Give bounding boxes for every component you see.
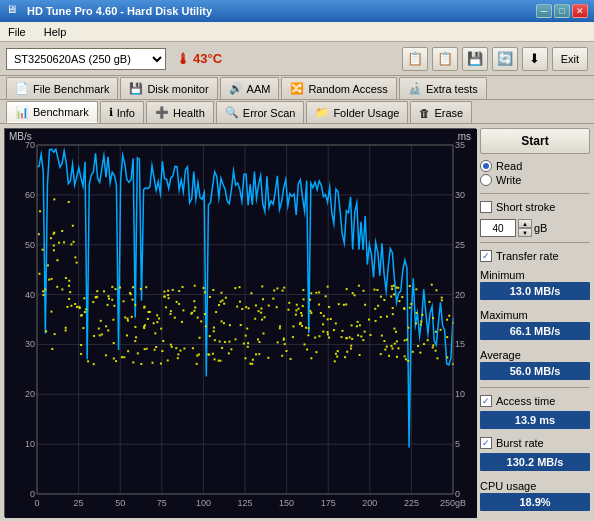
radio-write[interactable]: Write bbox=[480, 174, 590, 186]
toolbar-btn-save[interactable]: 💾 bbox=[462, 47, 488, 71]
burst-rate-checkbox[interactable]: ✓ bbox=[480, 437, 492, 449]
tab-erase[interactable]: 🗑 Erase bbox=[410, 101, 472, 123]
y-axis-right-label: ms bbox=[458, 131, 471, 142]
access-time-bar: 13.9 ms bbox=[480, 411, 590, 429]
radio-write-circle bbox=[480, 174, 492, 186]
menu-help[interactable]: Help bbox=[40, 24, 71, 40]
radio-write-label: Write bbox=[496, 174, 521, 186]
right-panel: Start Read Write Short stroke 40 ▲ ▼ gB bbox=[480, 128, 590, 517]
window-title: HD Tune Pro 4.60 - Hard Disk Utility bbox=[27, 5, 212, 17]
disk-monitor-icon: 💾 bbox=[129, 82, 143, 95]
menu-file[interactable]: File bbox=[4, 24, 30, 40]
tab-folder-usage-label: Folder Usage bbox=[333, 107, 399, 119]
benchmark-icon: 📊 bbox=[15, 106, 29, 119]
tab-aam-label: AAM bbox=[247, 83, 271, 95]
spinbox-row: 40 ▲ ▼ gB bbox=[480, 219, 590, 237]
access-time-checkbox[interactable]: ✓ bbox=[480, 395, 492, 407]
aam-icon: 🔊 bbox=[229, 82, 243, 95]
spinbox-unit-label: gB bbox=[534, 222, 547, 234]
divider-3 bbox=[480, 387, 590, 388]
transfer-rate-label: Transfer rate bbox=[496, 250, 559, 262]
spin-down-button[interactable]: ▼ bbox=[518, 228, 532, 237]
tab-disk-monitor-label: Disk monitor bbox=[147, 83, 208, 95]
tab-folder-usage[interactable]: 📁 Folder Usage bbox=[306, 101, 408, 123]
minimum-label: Minimum bbox=[480, 269, 590, 281]
divider-1 bbox=[480, 193, 590, 194]
tab-info[interactable]: ℹ Info bbox=[100, 101, 144, 123]
title-bar: 🖥 HD Tune Pro 4.60 - Hard Disk Utility ─… bbox=[0, 0, 594, 22]
maximize-button[interactable]: □ bbox=[554, 4, 570, 18]
error-scan-icon: 🔍 bbox=[225, 106, 239, 119]
toolbar-btn-2[interactable]: 📋 bbox=[432, 47, 458, 71]
stat-cpu: CPU usage 18.9% bbox=[480, 480, 590, 513]
extra-tests-icon: 🔬 bbox=[408, 82, 422, 95]
y-axis-left-label: MB/s bbox=[9, 131, 32, 142]
stat-maximum: Maximum 66.1 MB/s bbox=[480, 309, 590, 342]
tab-benchmark[interactable]: 📊 Benchmark bbox=[6, 101, 98, 123]
tab-aam[interactable]: 🔊 AAM bbox=[220, 77, 280, 99]
tab-error-scan[interactable]: 🔍 Error Scan bbox=[216, 101, 305, 123]
tab-disk-monitor[interactable]: 💾 Disk monitor bbox=[120, 77, 217, 99]
health-icon: ➕ bbox=[155, 106, 169, 119]
tab-file-benchmark[interactable]: 📄 File Benchmark bbox=[6, 77, 118, 99]
average-value: 56.0 MB/s bbox=[510, 365, 561, 377]
tab-extra-tests[interactable]: 🔬 Extra tests bbox=[399, 77, 487, 99]
tab-health-label: Health bbox=[173, 107, 205, 119]
drive-row: ST3250620AS (250 gB) 🌡 43°C 📋 📋 💾 🔄 ⬇ Ex… bbox=[0, 42, 594, 76]
minimum-value: 13.0 MB/s bbox=[510, 285, 561, 297]
maximum-bar: 66.1 MB/s bbox=[480, 322, 590, 340]
app-icon: 🖥 bbox=[6, 3, 22, 19]
transfer-rate-row[interactable]: ✓ Transfer rate bbox=[480, 250, 590, 262]
erase-icon: 🗑 bbox=[419, 107, 430, 119]
toolbar-icons: 📋 📋 💾 🔄 ⬇ Exit bbox=[402, 47, 588, 71]
menu-bar: File Help bbox=[0, 22, 594, 42]
chart-area: MB/s ms bbox=[4, 128, 476, 517]
burst-rate-value: 130.2 MB/s bbox=[507, 456, 564, 468]
radio-read[interactable]: Read bbox=[480, 160, 590, 172]
spin-up-button[interactable]: ▲ bbox=[518, 219, 532, 228]
burst-rate-bar: 130.2 MB/s bbox=[480, 453, 590, 471]
average-bar: 56.0 MB/s bbox=[480, 362, 590, 380]
tab-health[interactable]: ➕ Health bbox=[146, 101, 214, 123]
maximum-label: Maximum bbox=[480, 309, 590, 321]
tab-info-label: Info bbox=[117, 107, 135, 119]
minimize-button[interactable]: ─ bbox=[536, 4, 552, 18]
cpu-usage-bar: 18.9% bbox=[480, 493, 590, 511]
burst-rate-row[interactable]: ✓ Burst rate bbox=[480, 437, 590, 449]
temperature-value: 43°C bbox=[193, 51, 222, 66]
maximum-value: 66.1 MB/s bbox=[510, 325, 561, 337]
tab-row-1: 📄 File Benchmark 💾 Disk monitor 🔊 AAM 🔀 … bbox=[0, 76, 594, 100]
benchmark-chart bbox=[5, 129, 477, 518]
toolbar-btn-refresh[interactable]: 🔄 bbox=[492, 47, 518, 71]
spinbox-input[interactable]: 40 bbox=[480, 219, 516, 237]
exit-button[interactable]: Exit bbox=[552, 47, 588, 71]
radio-read-label: Read bbox=[496, 160, 522, 172]
start-button[interactable]: Start bbox=[480, 128, 590, 154]
temperature-display: 🌡 43°C bbox=[176, 51, 222, 67]
tab-extra-tests-label: Extra tests bbox=[426, 83, 478, 95]
toolbar-btn-down[interactable]: ⬇ bbox=[522, 47, 548, 71]
read-write-radio-group: Read Write bbox=[480, 158, 590, 188]
folder-usage-icon: 📁 bbox=[315, 106, 329, 119]
average-label: Average bbox=[480, 349, 590, 361]
tab-file-benchmark-label: File Benchmark bbox=[33, 83, 109, 95]
chart-axis-labels: MB/s ms bbox=[5, 129, 475, 144]
access-time-row[interactable]: ✓ Access time bbox=[480, 395, 590, 407]
minimum-bar: 13.0 MB/s bbox=[480, 282, 590, 300]
toolbar-btn-1[interactable]: 📋 bbox=[402, 47, 428, 71]
radio-read-circle bbox=[480, 160, 492, 172]
stat-average: Average 56.0 MB/s bbox=[480, 349, 590, 382]
drive-select[interactable]: ST3250620AS (250 gB) bbox=[6, 48, 166, 70]
transfer-rate-checkbox[interactable]: ✓ bbox=[480, 250, 492, 262]
short-stroke-row[interactable]: Short stroke bbox=[480, 201, 590, 213]
short-stroke-checkbox[interactable] bbox=[480, 201, 492, 213]
tab-random-access[interactable]: 🔀 Random Access bbox=[281, 77, 396, 99]
thermometer-icon: 🌡 bbox=[176, 51, 190, 67]
cpu-usage-label: CPU usage bbox=[480, 480, 590, 492]
cpu-usage-value: 18.9% bbox=[519, 496, 550, 508]
burst-rate-label: Burst rate bbox=[496, 437, 544, 449]
file-benchmark-icon: 📄 bbox=[15, 82, 29, 95]
divider-2 bbox=[480, 242, 590, 243]
close-button[interactable]: ✕ bbox=[572, 4, 588, 18]
tab-row-2: 📊 Benchmark ℹ Info ➕ Health 🔍 Error Scan… bbox=[0, 100, 594, 124]
